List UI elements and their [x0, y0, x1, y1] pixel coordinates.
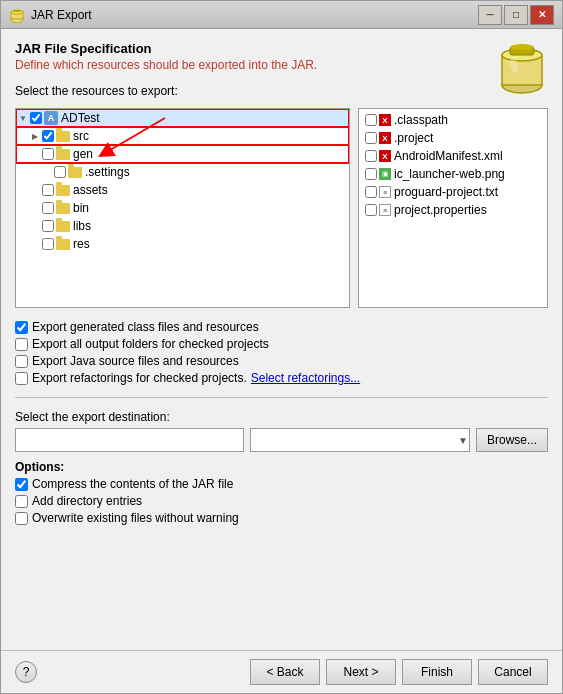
folder-icon-bin — [56, 203, 70, 214]
checkbox-compress[interactable] — [15, 478, 28, 491]
checkbox-gen[interactable] — [42, 148, 54, 160]
title-bar: JAR Export ─ □ ✕ — [1, 1, 562, 29]
checkboxes-section: Export generated class files and resourc… — [15, 320, 548, 385]
checkbox-export-output[interactable] — [15, 338, 28, 351]
tree-item-assets[interactable]: ▶ assets — [16, 181, 349, 199]
doc-icon-projectprops: ≡ — [379, 204, 391, 216]
checkbox-androidmanifest[interactable] — [365, 150, 377, 162]
destination-combo-input[interactable] — [250, 428, 470, 452]
bottom-right: < Back Next > Finish Cancel — [250, 659, 548, 685]
checkbox-overwrite[interactable] — [15, 512, 28, 525]
xml-icon-classpath: X — [379, 114, 391, 126]
file-label-iclauncher: ic_launcher-web.png — [394, 167, 505, 181]
svg-point-8 — [510, 44, 534, 50]
main-content: JAR File Specification Define which reso… — [1, 29, 562, 650]
close-button[interactable]: ✕ — [530, 5, 554, 25]
file-item-classpath[interactable]: X .classpath — [361, 111, 545, 129]
checkbox-src[interactable] — [42, 130, 54, 142]
file-item-iclauncher[interactable]: ▣ ic_launcher-web.png — [361, 165, 545, 183]
xml-icon-project: X — [379, 132, 391, 144]
chevron-icon-src: ▶ — [30, 131, 40, 141]
tree-label-gen: gen — [73, 147, 93, 161]
checkbox-assets[interactable] — [42, 184, 54, 196]
checkbox-libs[interactable] — [42, 220, 54, 232]
destination-row: ▼ Browse... — [15, 428, 548, 452]
help-button[interactable]: ? — [15, 661, 37, 683]
checkbox-export-class[interactable] — [15, 321, 28, 334]
file-item-androidmanifest[interactable]: X AndroidManifest.xml — [361, 147, 545, 165]
destination-section: Select the export destination: ▼ Browse.… — [15, 410, 548, 452]
next-button[interactable]: Next > — [326, 659, 396, 685]
checkbox-projectprops[interactable] — [365, 204, 377, 216]
check-row-export-class: Export generated class files and resourc… — [15, 320, 548, 334]
doc-icon-proguard: ≡ — [379, 186, 391, 198]
checkbox-directory[interactable] — [15, 495, 28, 508]
checkbox-bin[interactable] — [42, 202, 54, 214]
checkbox-adtest[interactable] — [30, 112, 42, 124]
check-row-export-refactor: Export refactorings for checked projects… — [15, 371, 548, 385]
folder-icon-libs — [56, 221, 70, 232]
file-item-projectprops[interactable]: ≡ project.properties — [361, 201, 545, 219]
checkbox-export-refactor[interactable] — [15, 372, 28, 385]
options-section: Options: Compress the contents of the JA… — [15, 460, 548, 525]
tree-label-adtest: ADTest — [61, 111, 100, 125]
label-overwrite: Overwrite existing files without warning — [32, 511, 239, 525]
tree-item-libs[interactable]: ▶ libs — [16, 217, 349, 235]
file-label-projectprops: project.properties — [394, 203, 487, 217]
tree-item-adtest[interactable]: ▼ A ADTest — [16, 109, 349, 127]
label-export-refactor: Export refactorings for checked projects… — [32, 371, 247, 385]
tree-item-res[interactable]: ▶ res — [16, 235, 349, 253]
cancel-button[interactable]: Cancel — [478, 659, 548, 685]
tree-label-bin: bin — [73, 201, 89, 215]
check-row-overwrite: Overwrite existing files without warning — [15, 511, 548, 525]
file-tree-panel[interactable]: ▼ A ADTest ▶ src ▶ — [15, 108, 350, 308]
destination-input[interactable] — [15, 428, 244, 452]
divider-1 — [15, 397, 548, 398]
select-refactorings-link[interactable]: Select refactorings... — [251, 371, 360, 385]
tree-item-gen[interactable]: ▶ gen — [16, 145, 349, 163]
tree-area: ▼ A ADTest ▶ src ▶ — [15, 108, 548, 308]
back-button[interactable]: < Back — [250, 659, 320, 685]
checkbox-project[interactable] — [365, 132, 377, 144]
file-label-classpath: .classpath — [394, 113, 448, 127]
file-item-project[interactable]: X .project — [361, 129, 545, 147]
files-panel[interactable]: X .classpath X .project X AndroidManifes… — [358, 108, 548, 308]
tree-label-res: res — [73, 237, 90, 251]
maximize-button[interactable]: □ — [504, 5, 528, 25]
tree-section-label: Select the resources to export: — [15, 84, 548, 98]
tree-scroll[interactable]: ▼ A ADTest ▶ src ▶ — [16, 109, 349, 307]
page-description: Define which resources should be exporte… — [15, 58, 548, 72]
file-label-proguard: proguard-project.txt — [394, 185, 498, 199]
tree-label-assets: assets — [73, 183, 108, 197]
tree-item-settings[interactable]: ▶ .settings — [16, 163, 349, 181]
img-icon-iclauncher: ▣ — [379, 168, 391, 180]
folder-icon-gen — [56, 149, 70, 160]
tree-label-settings: .settings — [85, 165, 130, 179]
minimize-button[interactable]: ─ — [478, 5, 502, 25]
finish-button[interactable]: Finish — [402, 659, 472, 685]
file-item-proguard[interactable]: ≡ proguard-project.txt — [361, 183, 545, 201]
checkbox-iclauncher[interactable] — [365, 168, 377, 180]
folder-icon-assets — [56, 185, 70, 196]
bottom-left: ? — [15, 661, 37, 683]
file-label-androidmanifest: AndroidManifest.xml — [394, 149, 503, 163]
checkbox-export-source[interactable] — [15, 355, 28, 368]
chevron-icon-adtest: ▼ — [18, 113, 28, 123]
browse-button[interactable]: Browse... — [476, 428, 548, 452]
folder-icon-res — [56, 239, 70, 250]
checkbox-settings[interactable] — [54, 166, 66, 178]
xml-icon-androidmanifest: X — [379, 150, 391, 162]
tree-item-src[interactable]: ▶ src — [16, 127, 349, 145]
file-label-project: .project — [394, 131, 433, 145]
checkbox-res[interactable] — [42, 238, 54, 250]
checkbox-classpath[interactable] — [365, 114, 377, 126]
tree-item-bin[interactable]: ▶ bin — [16, 199, 349, 217]
checkbox-proguard[interactable] — [365, 186, 377, 198]
jar-title-icon — [9, 7, 25, 23]
combo-dropdown-icon[interactable]: ▼ — [458, 435, 468, 446]
check-row-compress: Compress the contents of the JAR file — [15, 477, 548, 491]
check-row-export-output: Export all output folders for checked pr… — [15, 337, 548, 351]
title-bar-controls: ─ □ ✕ — [478, 5, 554, 25]
title-bar-left: JAR Export — [9, 7, 92, 23]
check-row-export-source: Export Java source files and resources — [15, 354, 548, 368]
